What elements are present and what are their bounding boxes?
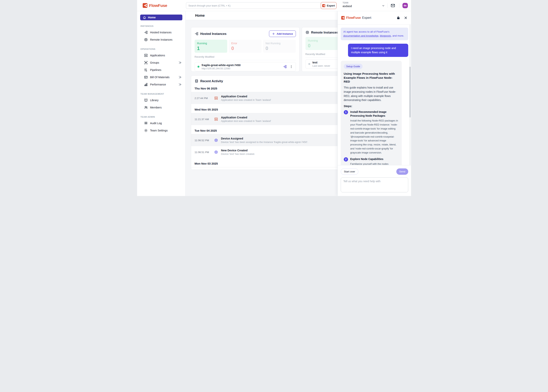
activity-time: 11:06:52 PM — [195, 139, 211, 142]
blogposts-link[interactable]: blogposts — [380, 34, 391, 37]
banner-text: AI agent has access to all of FlowFuse's — [343, 30, 389, 33]
sidebar-item[interactable]: Groups — [137, 59, 185, 66]
status-dot-running — [198, 66, 199, 68]
activity-title: Device Assigned — [221, 137, 308, 140]
sidebar-item[interactable]: Hosted Instances — [137, 29, 185, 36]
hosted-instances-card: Hosted Instances Add Instance Running 1 … — [191, 27, 299, 72]
status-tile-value: 0 — [266, 46, 293, 51]
guide-heading: Using Image Processing Nodes with Exampl… — [344, 72, 399, 84]
panel-scrollbar-thumb[interactable] — [409, 67, 411, 118]
status-tile-label: Not Running — [266, 42, 293, 45]
sidebar-item[interactable]: Performance — [137, 81, 185, 88]
status-tile-value: 0 — [231, 46, 259, 51]
team-name: asdasd — [343, 4, 352, 8]
card-title: Hosted Instances — [200, 32, 227, 36]
sidebar-section: OPERATIONS Applications Groups — [137, 48, 185, 88]
sidebar-item-label: Library — [150, 99, 159, 102]
sidebar-item-icon — [144, 30, 148, 34]
activity-date: Thu Nov 06 2025 — [191, 83, 358, 90]
guide-step: 2 Explore Node Capabilities Familiarize … — [344, 157, 399, 165]
send-button[interactable]: Send — [396, 168, 408, 175]
chat-input[interactable] — [341, 177, 408, 192]
sidebar-item[interactable]: Bill Of Materials — [137, 74, 185, 81]
start-over-button[interactable]: Start over — [341, 168, 359, 175]
chevron-down-icon[interactable] — [382, 4, 385, 7]
instance-url: http://100.80.244.55:12080 — [202, 67, 241, 70]
sidebar-item[interactable]: Members — [137, 104, 185, 111]
flowfuse-mini-logo-icon — [322, 4, 325, 7]
sidebar-item[interactable]: Pipelines — [137, 66, 185, 74]
add-instance-button[interactable]: Add Instance — [269, 30, 296, 37]
instance-name: fragile-great-white-egret-7450 — [202, 63, 241, 67]
chat-area: AI agent has access to all of FlowFuse's… — [338, 25, 411, 165]
flowfuse-logo[interactable]: FlowFuse — [142, 3, 167, 8]
sidebar-item-label: Performance — [150, 83, 166, 86]
search-input[interactable] — [186, 2, 321, 9]
sidebar-section: INSTANCES Hosted Instances Remote Instan… — [137, 25, 185, 43]
close-icon[interactable] — [404, 16, 408, 20]
sidebar-item-label: Groups — [150, 61, 159, 64]
brand-name: FlowFuse — [149, 3, 167, 8]
activity-group: Thu Nov 06 2025 2:27:44 PM Application C… — [191, 83, 358, 104]
kebab-menu-icon[interactable] — [290, 65, 293, 68]
panel-brand-name: FlowFuse — [346, 16, 361, 20]
sidebar-item[interactable]: Library — [137, 97, 185, 104]
instance-last-seen: Last seen: never — [313, 64, 330, 67]
recently-modified-label: Recently Modified — [191, 53, 299, 58]
database-icon — [195, 79, 199, 83]
sidebar-item-icon — [144, 98, 148, 102]
team-switcher[interactable]: TEAM: asdasd — [343, 2, 352, 8]
status-tile: Not Running 0 — [263, 40, 296, 53]
sidebar-item[interactable]: Remote Instances — [137, 36, 185, 43]
user-message-bubble: I need an image processing node and mult… — [348, 44, 408, 57]
flowfuse-logo-icon — [142, 3, 148, 8]
sidebar-item-icon — [144, 129, 148, 132]
home-icon — [143, 16, 146, 19]
sidebar-item-home[interactable]: Home — [140, 14, 182, 20]
step-number-badge: 1 — [344, 110, 348, 114]
unlock-icon[interactable] — [396, 16, 400, 20]
expert-button-label: Expert — [327, 4, 335, 7]
sidebar-item[interactable]: Audit Log — [137, 119, 185, 127]
topbar-divider — [399, 3, 399, 8]
guide-intro: This guide explains how to install and u… — [344, 86, 399, 102]
activity-group: Mon Nov 03 2025 — [191, 158, 358, 167]
remote-instances-icon — [306, 30, 309, 34]
sidebar-section: TEAM ADMIN Audit Log Team Settings — [137, 116, 185, 134]
activity-description: Device 'test' has been assigned to the I… — [221, 141, 308, 144]
avatar[interactable]: da — [402, 3, 408, 8]
activity-time: 2:27:44 PM — [195, 97, 211, 100]
sidebar-item[interactable]: Applications — [137, 52, 185, 59]
sidebar-section-label: TEAM ADMIN — [137, 116, 185, 118]
activity-type-icon — [214, 96, 218, 100]
expert-panel-header: FlowFuse Expert — [338, 11, 411, 25]
sidebar-item-icon — [144, 68, 148, 72]
hosted-instances-icon — [195, 32, 199, 36]
activity-title: Application Created — [221, 116, 271, 119]
status-tile-value: 1 — [197, 46, 225, 51]
instance-row[interactable]: fragile-great-white-egret-7450 http://10… — [195, 62, 296, 71]
activity-type-icon — [214, 150, 218, 154]
sidebar-item-icon — [144, 75, 148, 79]
plus-icon — [272, 32, 275, 35]
open-editor-icon[interactable] — [283, 65, 287, 69]
activity-row: 11:06:51 PM New Device Created Device 't… — [191, 146, 358, 158]
mail-icon[interactable] — [391, 3, 395, 8]
steps-label: Steps: — [344, 105, 399, 108]
card-title: Remote Instances — [311, 31, 338, 34]
expert-button[interactable]: Expert — [321, 2, 336, 9]
sidebar-item[interactable]: Team Settings — [137, 127, 185, 134]
activity-description: Application test was created in Team 'as… — [221, 119, 271, 122]
sidebar-item-label: Applications — [150, 54, 165, 57]
activity-row: 11:06:52 PM Device Assigned Device 'test… — [191, 134, 358, 146]
expert-panel: FlowFuse Expert AI agent has access to a… — [337, 11, 411, 196]
expert-panel-footer: Start over Send — [338, 165, 411, 196]
sidebar-item-label: Bill Of Materials — [150, 76, 170, 79]
documentation-link[interactable]: documentation and knowledge — [343, 34, 378, 37]
flowfuse-app: FlowFuse Expert TEAM: asdasd da Home — [137, 0, 411, 196]
sidebar-item-label: Remote Instances — [150, 38, 173, 41]
activity-description: Device 'test' has been created. — [221, 153, 255, 155]
step-title: Explore Node Capabilities — [350, 157, 399, 161]
sparkle-icon — [178, 83, 182, 86]
status-tile: Running 0 — [306, 37, 338, 50]
